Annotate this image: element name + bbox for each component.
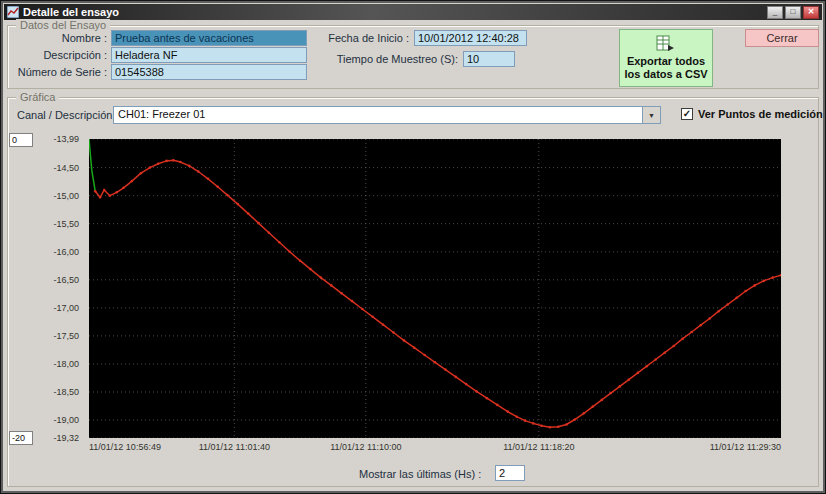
numero-serie-input[interactable] — [111, 64, 307, 80]
close-button[interactable]: ✕ — [803, 6, 819, 19]
y-tick-label: -17,00 — [53, 303, 79, 313]
checkbox-check-icon[interactable]: ✓ — [681, 108, 693, 120]
title-bar: Detalle del ensayo _ □ ✕ — [4, 4, 822, 20]
fecha-inicio-input[interactable] — [414, 30, 527, 46]
grafica-group-label: Gráfica — [16, 91, 59, 103]
export-csv-label: Exportar todos los datos a CSV — [620, 55, 712, 81]
canal-combobox-value: CH01: Freezer 01 — [114, 107, 642, 123]
y-max-input[interactable] — [9, 133, 33, 147]
export-csv-icon — [656, 35, 676, 53]
y-tick-label: -16,50 — [53, 275, 79, 285]
cerrar-label: Cerrar — [766, 32, 797, 44]
export-csv-button[interactable]: Exportar todos los datos a CSV — [619, 29, 713, 87]
y-tick-label: -18,50 — [53, 387, 79, 397]
chart-svg — [89, 139, 781, 438]
y-tick-label: -13,99 — [53, 134, 79, 144]
x-tick-label: 11/01/12 11:10:00 — [330, 442, 401, 452]
y-tick-label: -15,00 — [53, 191, 79, 201]
y-tick-label: -16,00 — [53, 247, 79, 257]
x-tick-label: 11/01/12 10:56:49 — [89, 442, 161, 452]
y-tick-label: -19,32 — [53, 433, 79, 443]
canal-label: Canal / Descripción : — [17, 109, 119, 121]
x-axis-labels: 11/01/12 10:56:4911/01/12 11:01:4011/01/… — [89, 442, 781, 454]
y-tick-label: -17,50 — [53, 331, 79, 341]
chevron-down-icon[interactable]: ▼ — [642, 107, 660, 123]
y-tick-label: -14,50 — [53, 163, 79, 173]
window-title: Detalle del ensayo — [23, 6, 765, 18]
y-tick-label: -18,00 — [53, 359, 79, 369]
cerrar-button[interactable]: Cerrar — [745, 29, 819, 47]
nombre-input[interactable] — [111, 30, 307, 46]
datos-group-label: Datos del Ensayo — [16, 19, 110, 31]
y-min-input[interactable] — [9, 431, 33, 445]
dialog-window: Detalle del ensayo _ □ ✕ Datos del Ensay… — [0, 0, 826, 494]
x-tick-label: 11/01/12 11:18:20 — [503, 442, 574, 452]
y-tick-label: -15,50 — [53, 219, 79, 229]
numero-serie-label: Número de Serie : — [15, 66, 107, 78]
tiempo-muestreo-label: Tiempo de Muestreo (S): — [321, 53, 458, 65]
minimize-button[interactable]: _ — [767, 6, 783, 19]
descripcion-label: Descripción : — [15, 49, 107, 61]
x-tick-label: 11/01/12 11:01:40 — [199, 442, 270, 452]
mostrar-ultimas-label: Mostrar las últimas (Hs) : — [359, 468, 481, 480]
fecha-inicio-label: Fecha de Inicio : — [321, 32, 409, 44]
descripcion-input[interactable] — [111, 47, 307, 63]
x-tick-label: 11/01/12 11:29:30 — [710, 442, 781, 452]
tiempo-muestreo-input[interactable] — [463, 51, 515, 67]
window-icon — [7, 6, 19, 18]
maximize-button[interactable]: □ — [785, 6, 801, 19]
canal-combobox[interactable]: CH01: Freezer 01 ▼ — [113, 106, 661, 124]
y-tick-label: -19,00 — [53, 415, 79, 425]
mostrar-ultimas-input[interactable] — [495, 465, 525, 481]
y-axis-labels: -13,99-14,50-15,00-15,50-16,00-16,50-17,… — [31, 139, 85, 438]
ver-puntos-checkbox[interactable]: ✓ Ver Puntos de medición — [681, 108, 823, 120]
nombre-label: Nombre : — [15, 32, 107, 44]
ver-puntos-label: Ver Puntos de medición — [698, 108, 823, 120]
